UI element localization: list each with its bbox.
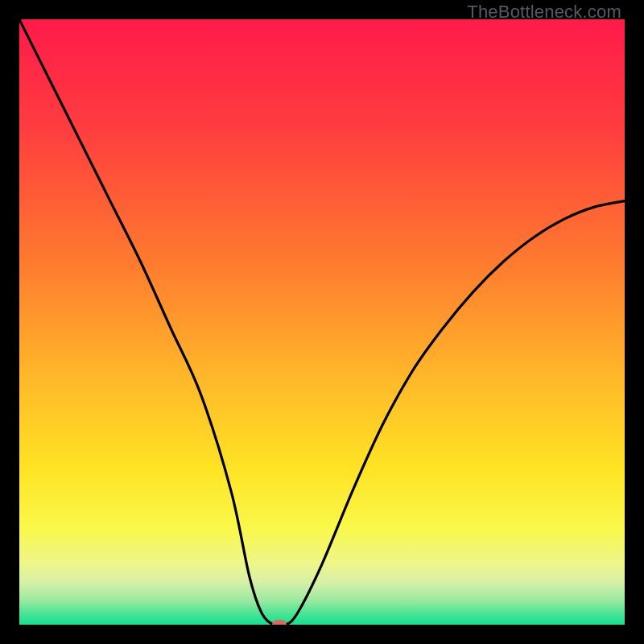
plot-area — [19, 19, 625, 625]
chart-frame: TheBottleneck.com — [0, 0, 644, 644]
optimal-marker — [272, 620, 287, 625]
bottleneck-curve — [19, 19, 625, 625]
curve-path — [19, 19, 625, 625]
watermark-label: TheBottleneck.com — [467, 2, 621, 23]
